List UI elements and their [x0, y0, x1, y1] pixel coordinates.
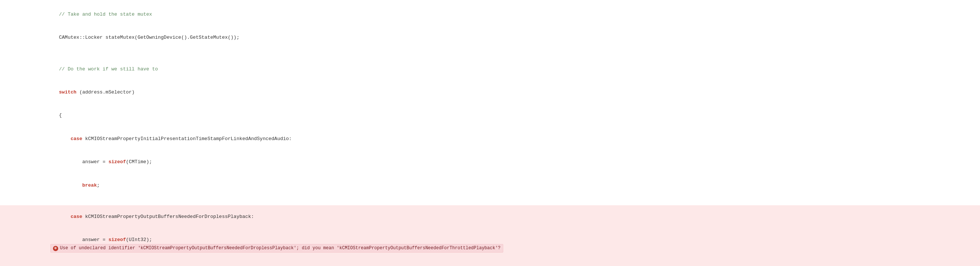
code-line-13: break;	[0, 260, 980, 266]
error-message-inline: ⊗ Use of undeclared identifier 'kCMIOStr…	[50, 244, 503, 253]
switch-indent	[48, 89, 59, 95]
code-line-12: answer = sizeof(UInt32); ⊗ Use of undecl…	[0, 229, 980, 261]
answer2-text: answer =	[48, 237, 108, 242]
code-line-2: CAMutex::Locker stateMutex(GetOwningDevi…	[0, 26, 980, 49]
break1-keyword: break	[82, 182, 97, 188]
code-line-3	[0, 49, 980, 58]
code-line-10	[0, 197, 980, 205]
switch-keyword: switch	[59, 89, 76, 95]
case1-label: kCMIOStreamPropertyInitialPresentationTi…	[82, 136, 292, 142]
sizeof2-keyword: sizeof	[108, 237, 126, 242]
code-line-7: case kCMIOStreamPropertyInitialPresentat…	[0, 127, 980, 150]
code-line-4: // Do the work if we still have to	[0, 58, 980, 81]
code-line-8: answer = sizeof(CMTime);	[0, 150, 980, 174]
brace-open: {	[48, 112, 62, 118]
comment-text-4: // Do the work if we still have to	[48, 66, 158, 72]
code-line-1: // Take and hold the state mutex	[0, 3, 980, 26]
error-icon: ⊗	[53, 246, 58, 251]
code-line-6: {	[0, 104, 980, 127]
sizeof1-keyword: sizeof	[108, 159, 126, 165]
error-text: Use of undeclared identifier 'kCMIOStrea…	[60, 245, 501, 252]
sizeof1-arg: (CMTime);	[126, 159, 152, 165]
code-line-9: break;	[0, 174, 980, 197]
case2-indent	[48, 214, 70, 219]
case1-keyword: case	[70, 136, 82, 142]
code-editor: // Take and hold the state mutex CAMutex…	[0, 0, 980, 266]
code-line-5: switch (address.mSelector)	[0, 81, 980, 104]
code-line-11: case kCMIOStreamPropertyOutputBuffersNee…	[0, 205, 980, 228]
sizeof2-arg: (UInt32);	[126, 237, 152, 242]
case2-label: kCMIOStreamPropertyOutputBuffersNeededFo…	[82, 214, 254, 219]
break1-semi: ;	[97, 182, 100, 188]
comment-text-1: // Take and hold the state mutex	[48, 11, 152, 17]
switch-condition: (address.mSelector)	[76, 89, 135, 95]
answer1-text: answer =	[48, 159, 108, 165]
code-text-2: CAMutex::Locker stateMutex(GetOwningDevi…	[48, 35, 240, 40]
case2-keyword: case	[70, 214, 82, 219]
case1-indent	[48, 136, 70, 142]
break1-indent	[48, 182, 83, 188]
